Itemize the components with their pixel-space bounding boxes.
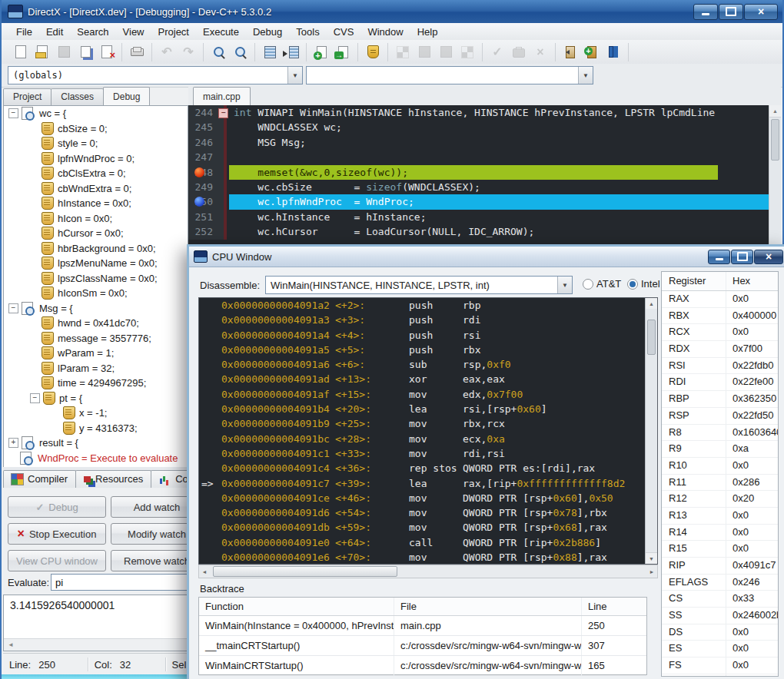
- watch-tree-row[interactable]: −wc = {: [4, 106, 188, 121]
- package-icon[interactable]: [510, 45, 527, 60]
- minimize-button[interactable]: [693, 4, 718, 20]
- menu-item-edit[interactable]: Edit: [39, 25, 70, 39]
- syntax-check-icon[interactable]: ✓: [489, 45, 506, 60]
- watch-tree[interactable]: −wc = {cbSize = 0;style = 0;lpfnWndProc …: [3, 105, 188, 469]
- scroll-right-icon[interactable]: ►: [646, 569, 657, 575]
- watch-tree-row[interactable]: lpfnWndProc = 0;: [4, 151, 188, 167]
- goto-function-icon[interactable]: [283, 45, 300, 60]
- scroll-down-icon[interactable]: ▼: [646, 552, 657, 564]
- code-line[interactable]: 247: [188, 150, 781, 164]
- toggle-bookmark-icon[interactable]: [334, 45, 351, 60]
- chevron-down-icon[interactable]: ▼: [578, 67, 593, 84]
- radio-button-selected-icon[interactable]: [627, 279, 638, 290]
- undo-icon[interactable]: ↶: [158, 45, 175, 60]
- watch-tree-row[interactable]: hCursor = 0x0;: [4, 226, 188, 241]
- tab-resources[interactable]: Resources: [75, 470, 151, 488]
- maximize-button[interactable]: [719, 4, 743, 20]
- code-line[interactable]: 251 wc.hInstance = hInstance;: [188, 210, 781, 224]
- editor-vertical-scrollbar[interactable]: ▲: [769, 105, 781, 265]
- cpu-minimize-button[interactable]: [708, 250, 730, 264]
- insert-icon[interactable]: [313, 45, 330, 60]
- open-file-icon[interactable]: [34, 45, 51, 60]
- find-icon[interactable]: [210, 45, 227, 60]
- watch-tree-row[interactable]: hwnd = 0x41dc70;: [4, 316, 188, 331]
- watch-tree-row[interactable]: cbWndExtra = 0;: [4, 181, 188, 197]
- line-number[interactable]: 247: [188, 150, 217, 164]
- save-icon[interactable]: [55, 45, 72, 60]
- compile-icon[interactable]: [394, 45, 411, 60]
- scroll-up-icon[interactable]: ▲: [646, 298, 657, 309]
- line-number[interactable]: 251: [188, 210, 217, 224]
- watch-tree-row[interactable]: −pt = {: [4, 391, 188, 406]
- menu-item-search[interactable]: Search: [70, 25, 115, 39]
- watch-tree-row[interactable]: wParam = 1;: [4, 346, 188, 361]
- chevron-down-icon[interactable]: ▼: [287, 67, 302, 84]
- code-line[interactable]: 249 wc.cbSize = sizeof(WNDCLASSEX);: [188, 180, 781, 194]
- chevron-down-icon[interactable]: ▼: [557, 277, 572, 293]
- line-number[interactable]: 244: [188, 105, 217, 120]
- backtrace-row[interactable]: __tmainCRTStartup()c:/crossdev/src/mingw…: [199, 636, 646, 656]
- result-horizontal-scrollbar[interactable]: ◄: [4, 638, 204, 651]
- members-combobox[interactable]: ▼: [306, 66, 593, 84]
- cpu-window-title-bar[interactable]: CPU Window ×: [189, 247, 784, 267]
- collapse-icon[interactable]: −: [8, 303, 18, 313]
- menu-item-file[interactable]: File: [9, 25, 39, 39]
- code-line[interactable]: 245 WNDCLASSEX wc;: [188, 120, 781, 134]
- menu-item-cvs[interactable]: CVS: [327, 25, 361, 39]
- disassemble-function-combobox[interactable]: WinMain(HINSTANCE, HINSTANCE, LPSTR, int…: [265, 276, 573, 294]
- watch-tree-row[interactable]: x = -1;: [4, 406, 188, 421]
- line-number[interactable]: 246: [188, 135, 217, 150]
- watch-tree-row[interactable]: hInstance = 0x0;: [4, 196, 188, 211]
- backtrace-row[interactable]: WinMainCRTStartup()c:/crossdev/src/mingw…: [199, 656, 646, 676]
- new-project-icon[interactable]: [583, 45, 600, 60]
- line-number[interactable]: 252: [188, 224, 217, 239]
- line-number[interactable]: 249: [188, 180, 217, 194]
- code-editor[interactable]: 244−int WINAPI WinMain(HINSTANCE hInstan…: [188, 105, 781, 265]
- expand-icon[interactable]: +: [8, 438, 18, 448]
- cpu-close-button[interactable]: ×: [754, 250, 783, 264]
- code-line[interactable]: 252 wc.hCursor = LoadCursor(NULL, IDC_AR…: [188, 224, 781, 239]
- scrollbar-thumb[interactable]: [647, 320, 656, 355]
- backtrace-table[interactable]: FunctionFileLineWinMain(hInstance = 0x40…: [198, 597, 647, 675]
- redo-icon[interactable]: ↷: [180, 45, 197, 60]
- radio-att[interactable]: AT&T: [583, 278, 621, 290]
- disassembly-horizontal-scrollbar[interactable]: ◄ ►: [198, 565, 658, 578]
- menu-item-execute[interactable]: Execute: [196, 25, 246, 39]
- menu-item-project[interactable]: Project: [151, 25, 196, 39]
- compile-run-icon[interactable]: [437, 45, 454, 60]
- register-table[interactable]: RegisterHexRAX0x0RBX0x400000RCX0x0RDX0x7…: [661, 271, 779, 677]
- line-number[interactable]: 248: [188, 165, 217, 180]
- rebuild-icon[interactable]: [459, 45, 476, 60]
- watch-tree-row[interactable]: lpszClassName = 0x0;: [4, 271, 188, 287]
- disassembly-vertical-scrollbar[interactable]: ▲ ▼: [645, 298, 657, 564]
- abort-icon[interactable]: ×: [532, 45, 549, 60]
- scrollbar-thumb[interactable]: [213, 566, 397, 577]
- menu-item-view[interactable]: View: [116, 25, 151, 39]
- watch-tree-row[interactable]: lpszMenuName = 0x0;: [4, 256, 188, 271]
- print-icon[interactable]: [128, 45, 145, 60]
- fold-collapse-icon[interactable]: −: [218, 108, 228, 118]
- radio-button-icon[interactable]: [583, 279, 593, 290]
- backtrace-row[interactable]: WinMain(hInstance = 0x400000, hPrevInsta…: [199, 616, 646, 636]
- menu-item-help[interactable]: Help: [410, 25, 445, 39]
- collapse-icon[interactable]: −: [8, 108, 18, 118]
- code-line[interactable]: 246 MSG Msg;: [188, 135, 781, 150]
- cpu-maximize-button[interactable]: [731, 250, 753, 264]
- close-file-icon[interactable]: [98, 45, 115, 60]
- line-number[interactable]: 250: [188, 194, 217, 209]
- watch-tree-row[interactable]: WndProc = Execute to evaluate: [4, 451, 188, 466]
- tab-classes[interactable]: Classes: [51, 88, 104, 105]
- globals-combobox[interactable]: (globals) ▼: [8, 66, 303, 84]
- watch-tree-row[interactable]: message = 3557776;: [4, 331, 188, 346]
- code-line[interactable]: 248 memset(&wc,0,sizeof(wc));: [188, 165, 781, 180]
- watch-tree-row[interactable]: +result = {: [4, 436, 188, 451]
- stop-execution-button[interactable]: ×Stop Execution: [8, 523, 106, 545]
- current-line-breakpoint-icon[interactable]: [194, 197, 204, 207]
- tab-project[interactable]: Project: [3, 88, 51, 105]
- tab-compiler[interactable]: Compiler: [3, 470, 76, 488]
- watch-tree-row[interactable]: lParam = 32;: [4, 361, 188, 376]
- profile-icon[interactable]: [364, 45, 381, 60]
- watch-tree-row[interactable]: time = 4294967295;: [4, 376, 188, 391]
- line-number[interactable]: 245: [188, 120, 217, 134]
- code-line[interactable]: 250 wc.lpfnWndProc = WndProc;: [188, 194, 781, 209]
